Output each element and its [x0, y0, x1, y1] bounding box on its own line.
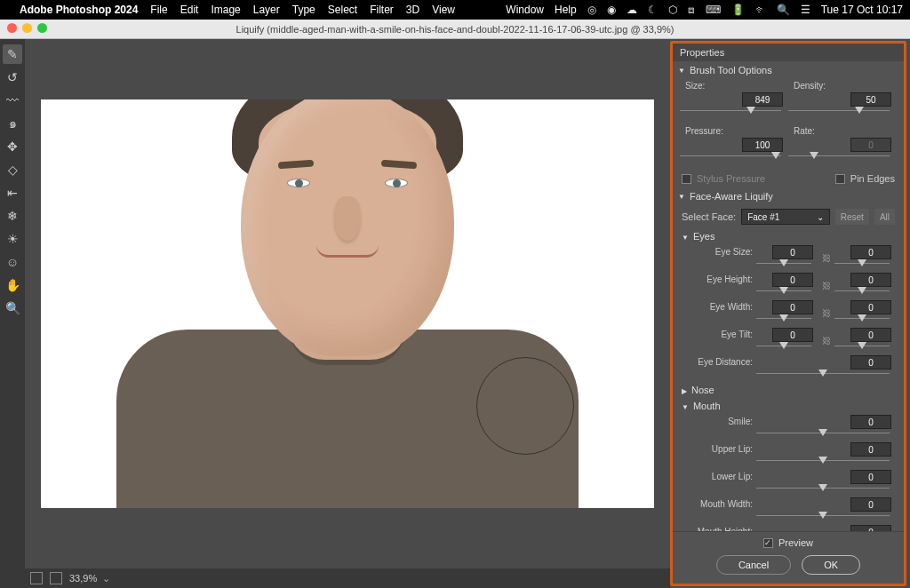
menu-help[interactable]: Help [555, 4, 577, 16]
freeze-mask-tool[interactable]: ❄ [3, 206, 22, 226]
status-icon[interactable]: ◎ [587, 4, 596, 16]
eye-left-slider[interactable] [756, 314, 811, 323]
menu-select[interactable]: Select [328, 4, 357, 16]
eye-left-input[interactable]: 0 [772, 328, 813, 342]
eye-left-slider[interactable] [756, 259, 811, 268]
zoom-window-button[interactable] [37, 23, 47, 33]
mouth-row: Smile: 0 [673, 414, 904, 441]
mouth-slider[interactable] [756, 484, 890, 493]
mouth-input[interactable]: 0 [850, 470, 891, 484]
dropbox-icon[interactable]: ⧈ [688, 4, 695, 16]
mouth-slider[interactable] [756, 429, 890, 438]
eye-right-slider[interactable] [834, 287, 890, 296]
density-slider[interactable] [788, 107, 890, 115]
menu-3d[interactable]: 3D [406, 4, 419, 16]
menu-file[interactable]: File [150, 4, 167, 16]
control-center-icon[interactable]: ☰ [801, 4, 810, 16]
menu-filter[interactable]: Filter [370, 4, 394, 16]
eye-left-input[interactable]: 0 [772, 245, 813, 259]
pressure-input[interactable]: 100 [742, 138, 783, 152]
preview-checkbox[interactable]: ✓ [763, 538, 773, 548]
menu-layer[interactable]: Layer [253, 4, 280, 16]
search-icon[interactable]: 🔍 [777, 4, 790, 16]
menu-image[interactable]: Image [211, 4, 240, 16]
size-input[interactable]: 849 [742, 92, 783, 107]
mouth-header[interactable]: Mouth [673, 398, 904, 414]
eye-right-input[interactable]: 0 [850, 328, 891, 342]
status-icon[interactable]: ◉ [607, 4, 616, 16]
eye-left-slider[interactable] [756, 342, 811, 351]
eye-right-input[interactable]: 0 [850, 245, 891, 259]
eye-row: Eye Height: 0 ⛓ 0 [673, 272, 904, 299]
shield-icon[interactable]: ⬡ [668, 4, 677, 16]
mouth-input[interactable]: 0 [850, 415, 891, 429]
nose-header[interactable]: Nose [673, 382, 904, 398]
forward-warp-tool[interactable]: ✎ [3, 44, 22, 64]
reconstruct-tool[interactable]: ↺ [3, 68, 22, 87]
hand-tool[interactable]: ✋ [3, 275, 22, 295]
wifi-icon[interactable]: ᯤ [755, 4, 766, 16]
mouth-slider[interactable] [756, 457, 890, 465]
zoom-tool[interactable]: 🔍 [3, 298, 22, 318]
push-left-tool[interactable]: ⇤ [3, 183, 22, 203]
mouth-input[interactable]: 0 [850, 497, 891, 512]
canvas-area: 33,9% [25, 39, 670, 588]
menu-edit[interactable]: Edit [180, 4, 199, 16]
reset-button[interactable]: Reset [835, 209, 869, 225]
canvas[interactable] [41, 99, 654, 508]
cloud-icon[interactable]: ☁ [627, 4, 637, 16]
eye-distance-input[interactable]: 0 [850, 355, 891, 369]
eye-left-slider[interactable] [756, 287, 811, 296]
all-button[interactable]: All [874, 209, 895, 225]
eyes-header[interactable]: Eyes [673, 228, 904, 244]
link-icon[interactable]: ⛓ [822, 251, 831, 263]
link-icon[interactable]: ⛓ [822, 306, 831, 318]
close-window-button[interactable] [7, 23, 17, 33]
eye-right-slider[interactable] [834, 259, 890, 268]
brush-options-header[interactable]: Brush Tool Options [673, 61, 904, 79]
link-icon[interactable]: ⛓ [822, 334, 831, 346]
eye-right-input[interactable]: 0 [850, 300, 891, 314]
rate-slider [788, 152, 890, 161]
twirl-tool[interactable]: ๑ [3, 114, 22, 133]
eye-left-input[interactable]: 0 [772, 300, 813, 314]
clock[interactable]: Tue 17 Oct 10:17 [821, 4, 903, 16]
mouth-slider[interactable] [756, 512, 890, 520]
select-face-dropdown[interactable]: Face #1⌄ [741, 209, 830, 225]
eye-row-label: Eye Height: [680, 273, 756, 284]
menu-type[interactable]: Type [292, 4, 315, 16]
zoom-level[interactable]: 33,9% [69, 573, 110, 584]
eye-distance-slider[interactable] [756, 369, 890, 378]
bloat-tool[interactable]: ◇ [3, 160, 22, 179]
pressure-slider[interactable] [680, 152, 781, 161]
density-input[interactable]: 50 [850, 92, 891, 107]
face-tool[interactable]: ☺ [3, 252, 22, 272]
app-name[interactable]: Adobe Photoshop 2024 [20, 4, 138, 16]
pin-edges-checkbox[interactable] [835, 174, 845, 184]
eye-right-slider[interactable] [834, 314, 890, 323]
pucker-tool[interactable]: ✥ [3, 137, 22, 156]
size-label: Size: [680, 81, 788, 91]
eye-right-slider[interactable] [834, 342, 890, 351]
minimize-window-button[interactable] [22, 23, 32, 33]
face-aware-header[interactable]: Face-Aware Liquify [673, 187, 904, 205]
mouth-label: Mouth Width: [680, 497, 756, 509]
link-icon[interactable]: ⛓ [822, 279, 831, 290]
stylus-pressure-checkbox [682, 174, 691, 184]
menu-window[interactable]: Window [506, 4, 544, 16]
eye-right-input[interactable]: 0 [850, 273, 891, 287]
moon-icon[interactable]: ☾ [648, 4, 658, 16]
mouth-input[interactable]: 0 [850, 525, 891, 531]
mouth-input[interactable]: 0 [850, 442, 891, 457]
smooth-tool[interactable]: 〰 [3, 91, 22, 110]
size-slider[interactable] [680, 107, 781, 115]
cancel-button[interactable]: Cancel [716, 555, 791, 575]
ok-button[interactable]: OK [802, 555, 860, 575]
menu-view[interactable]: View [432, 4, 455, 16]
thaw-mask-tool[interactable]: ☀ [3, 229, 22, 249]
view-actual-icon[interactable] [50, 572, 62, 584]
battery-icon[interactable]: 🔋 [731, 4, 745, 16]
view-fit-icon[interactable] [30, 572, 43, 584]
eye-left-input[interactable]: 0 [772, 273, 813, 287]
keyboard-icon[interactable]: ⌨ [706, 4, 721, 16]
